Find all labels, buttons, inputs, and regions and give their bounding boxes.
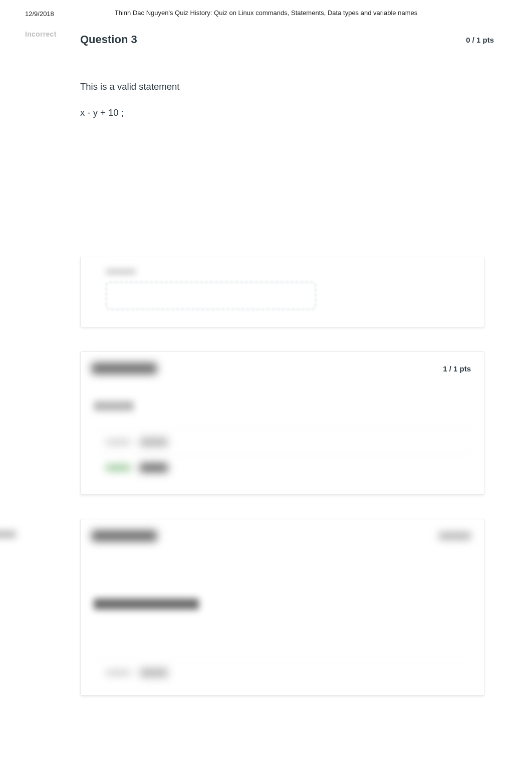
q5-prompt bbox=[94, 599, 199, 610]
question-5 bbox=[80, 519, 484, 696]
q4-choice-2[interactable] bbox=[94, 455, 471, 480]
q3-points: 0 / 1 pts bbox=[466, 36, 494, 44]
answer-fragment-card bbox=[80, 257, 484, 327]
q4-choice-1[interactable] bbox=[94, 429, 471, 455]
q4-title bbox=[92, 363, 157, 374]
question-3: Incorrect Question 3 0 / 1 pts This is a… bbox=[25, 30, 507, 131]
q5-status bbox=[0, 531, 16, 538]
answer-dropzone[interactable] bbox=[106, 282, 316, 310]
q3-line2: x - y + 10 ; bbox=[80, 107, 494, 118]
question-4: 1 / 1 pts bbox=[80, 351, 484, 495]
q4-points: 1 / 1 pts bbox=[443, 364, 471, 373]
q5-title bbox=[92, 530, 157, 541]
header-title: Thinh Dac Nguyen's Quiz History: Quiz on… bbox=[0, 9, 532, 17]
q4-prompt bbox=[94, 401, 134, 411]
q5-choice-1[interactable] bbox=[94, 660, 471, 685]
q3-status: Incorrect bbox=[25, 30, 57, 38]
q3-line1: This is a valid statement bbox=[80, 81, 494, 92]
q5-points bbox=[439, 532, 471, 540]
q3-title: Question 3 bbox=[80, 33, 137, 46]
